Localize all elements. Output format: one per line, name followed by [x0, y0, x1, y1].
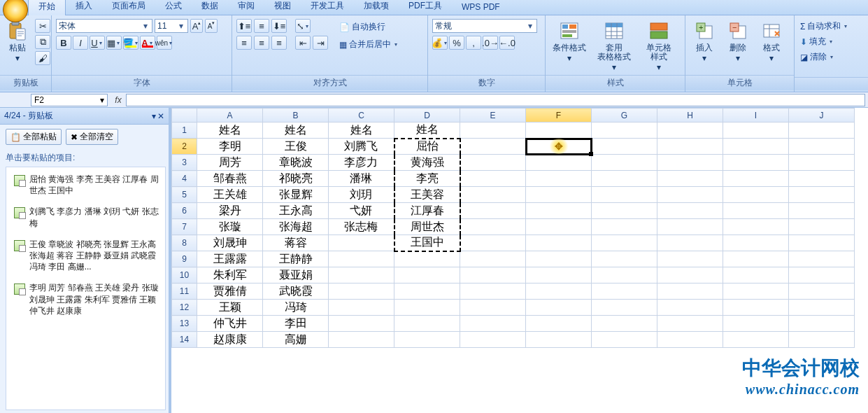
cell-G8[interactable]	[592, 235, 657, 251]
cell-H3[interactable]	[657, 155, 723, 171]
cell-B5[interactable]: 张显辉	[263, 187, 329, 203]
number-format-combo[interactable]: 常规 ▾	[432, 19, 537, 33]
row-header-11[interactable]: 11	[172, 284, 197, 300]
clipboard-item[interactable]: 王俊 章晓波 祁晓亮 张显辉 王永高 张海超 蒋容 王静静 聂亚娟 武晓霞 冯琦…	[10, 234, 164, 278]
cell-D12[interactable]	[394, 300, 460, 316]
cell-A1[interactable]: 姓名	[197, 122, 263, 139]
merge-center-button[interactable]: ▦ 合并后居中 ▾	[338, 38, 400, 51]
align-bottom-button[interactable]: ⬇≡	[271, 19, 287, 33]
cell-A2[interactable]: 李明	[197, 139, 263, 155]
cell-J10[interactable]	[789, 267, 855, 284]
col-header-H[interactable]: H	[657, 108, 723, 122]
col-header-F[interactable]: F	[526, 108, 592, 122]
cell-E7[interactable]	[460, 219, 526, 235]
row-header-6[interactable]: 6	[172, 203, 197, 219]
cell-F13[interactable]	[526, 316, 592, 332]
delete-cells-button[interactable]: − 删除▾	[723, 18, 753, 75]
conditional-format-button[interactable]: 条件格式▾	[550, 18, 589, 75]
cell-J5[interactable]	[789, 187, 855, 203]
clipboard-item[interactable]: 屈怡 黄海强 李亮 王美容 江厚春 周世杰 王国中	[10, 169, 164, 201]
cell-E9[interactable]	[460, 251, 526, 267]
cell-A9[interactable]: 王露露	[197, 251, 263, 267]
cell-J13[interactable]	[789, 316, 855, 332]
col-header-I[interactable]: I	[723, 108, 789, 122]
cell-B7[interactable]: 张海超	[263, 219, 329, 235]
cell-C11[interactable]	[329, 284, 394, 300]
cell-G10[interactable]	[592, 267, 657, 284]
decrease-decimal-button[interactable]: ←.0	[499, 36, 515, 50]
chevron-down-icon[interactable]: ▾	[177, 21, 185, 31]
cell-E2[interactable]	[460, 139, 526, 155]
cell-J3[interactable]	[789, 155, 855, 171]
insert-cells-button[interactable]: + 插入▾	[690, 18, 719, 75]
row-header-5[interactable]: 5	[172, 187, 197, 203]
cell-G3[interactable]	[592, 155, 657, 171]
cell-C3[interactable]: 李彦力	[329, 155, 394, 171]
underline-button[interactable]: U▾	[90, 36, 105, 50]
align-top-button[interactable]: ⬆≡	[236, 19, 252, 33]
cell-A6[interactable]: 梁丹	[197, 203, 263, 219]
phonetic-button[interactable]: wên▾	[157, 36, 172, 50]
cell-F7[interactable]	[526, 219, 592, 235]
formula-input[interactable]	[126, 94, 865, 106]
bold-button[interactable]: B	[56, 36, 71, 50]
tab-审阅[interactable]: 审阅	[228, 0, 264, 15]
cell-I6[interactable]	[723, 203, 789, 219]
cell-A4[interactable]: 邹春燕	[197, 171, 263, 187]
cell-H6[interactable]	[657, 203, 723, 219]
tab-开始[interactable]: 开始	[28, 0, 66, 15]
cell-B14[interactable]: 高姗	[263, 332, 329, 348]
orientation-button[interactable]: ⤡▾	[295, 19, 311, 33]
format-as-table-button[interactable]: 套用 表格格式▾	[593, 18, 635, 75]
cell-I13[interactable]	[723, 316, 789, 332]
format-painter-button[interactable]: 🖌	[35, 51, 50, 65]
row-header-10[interactable]: 10	[172, 267, 197, 284]
pane-close-icon[interactable]: ✕	[157, 111, 164, 121]
cell-E12[interactable]	[460, 300, 526, 316]
cell-B10[interactable]: 聂亚娟	[263, 267, 329, 284]
cell-H14[interactable]	[657, 332, 723, 348]
cell-G6[interactable]	[592, 203, 657, 219]
cell-C13[interactable]	[329, 316, 394, 332]
tab-页面布局[interactable]: 页面布局	[102, 0, 155, 15]
cell-A10[interactable]: 朱利军	[197, 267, 263, 284]
cell-A3[interactable]: 周芳	[197, 155, 263, 171]
cell-F2[interactable]: ✥	[526, 139, 592, 155]
cell-B11[interactable]: 武晓霞	[263, 284, 329, 300]
cell-J6[interactable]	[789, 203, 855, 219]
cell-H2[interactable]	[657, 139, 723, 155]
tab-PDF工具[interactable]: PDF工具	[399, 0, 452, 15]
cell-H10[interactable]	[657, 267, 723, 284]
cell-F5[interactable]	[526, 187, 592, 203]
cell-A14[interactable]: 赵康康	[197, 332, 263, 348]
cell-H4[interactable]	[657, 171, 723, 187]
row-header-8[interactable]: 8	[172, 235, 197, 251]
chevron-down-icon[interactable]: ▾	[100, 95, 104, 105]
cell-J14[interactable]	[789, 332, 855, 348]
wrap-text-button[interactable]: 📄 自动换行	[338, 20, 400, 34]
percent-button[interactable]: %	[449, 36, 464, 50]
cell-I7[interactable]	[723, 219, 789, 235]
cell-C5[interactable]: 刘玥	[329, 187, 394, 203]
cell-H1[interactable]	[657, 122, 723, 139]
cell-E6[interactable]	[460, 203, 526, 219]
cell-G14[interactable]	[592, 332, 657, 348]
cell-B2[interactable]: 王俊	[263, 139, 329, 155]
cell-G5[interactable]	[592, 187, 657, 203]
col-header-B[interactable]: B	[263, 108, 329, 122]
align-left-button[interactable]: ≡	[236, 36, 252, 50]
row-header-4[interactable]: 4	[172, 171, 197, 187]
tab-视图[interactable]: 视图	[264, 0, 301, 15]
cell-C10[interactable]	[329, 267, 394, 284]
cell-J1[interactable]	[789, 122, 855, 139]
cell-E4[interactable]	[460, 171, 526, 187]
cell-A8[interactable]: 刘晟珅	[197, 235, 263, 251]
cell-A7[interactable]: 张璇	[197, 219, 263, 235]
format-cells-button[interactable]: 格式▾	[757, 18, 786, 75]
cell-H9[interactable]	[657, 251, 723, 267]
cell-E11[interactable]	[460, 284, 526, 300]
cell-J8[interactable]	[789, 235, 855, 251]
font-size-combo[interactable]: 11 ▾	[155, 19, 188, 33]
cell-H13[interactable]	[657, 316, 723, 332]
cell-H5[interactable]	[657, 187, 723, 203]
